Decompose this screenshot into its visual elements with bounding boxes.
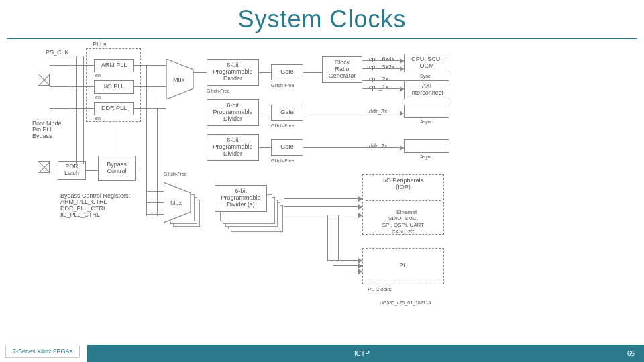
divider-box: 6-bit Programmable Divider xyxy=(207,99,259,126)
ddr3x-label: ddr_3x xyxy=(369,109,388,115)
title-underline xyxy=(7,38,637,39)
ddr-pll-text: DDR PLL xyxy=(101,105,127,112)
bypass-registers-label: Bypass Control Registers: ARM_PLL_CTRL D… xyxy=(60,193,130,219)
divider-box: 6-bit Programmable Divider xyxy=(207,134,259,161)
plls-label: PLLs xyxy=(93,42,107,48)
gate-box: Gate xyxy=(271,64,303,80)
por-latch-box: POR Latch xyxy=(58,161,86,180)
glitch-free-label: Glitch-Free xyxy=(207,88,230,93)
arm-pll-box: ARM PLL xyxy=(94,59,134,72)
cpu3x2x-label: cpu_3x2x xyxy=(369,64,395,70)
por-latch-text: POR Latch xyxy=(64,164,79,177)
slide-footer: 7-Series Xilinx FPGAs ICTP 65 xyxy=(0,343,644,362)
cpu-scu-ocm-box: CPU, SCU, OCM xyxy=(404,54,449,72)
figure-id: UG585_c25_01_102114 xyxy=(380,300,431,305)
pl-clocks-label: PL Clocks xyxy=(368,287,392,292)
arm-pll-text: ARM PLL xyxy=(101,62,127,69)
page-title: System Clocks xyxy=(0,0,644,34)
ddr-pll-box: DDR PLL xyxy=(94,102,134,115)
glitch-free-label: Glitch-Free xyxy=(271,123,294,128)
axi-interconnect-box: AXI Interconnect xyxy=(404,80,449,99)
bypass-control-box: Bypass Control xyxy=(98,156,136,181)
footer-left: 7-Series Xilinx FPGAs xyxy=(5,345,80,358)
cpu-scu-ocm-text: CPU, SCU, OCM xyxy=(411,56,442,70)
ddr2x-label: ddr_2x xyxy=(369,143,388,149)
iop-title: I/O Peripherals (IOP) xyxy=(383,177,423,190)
io-pll-text: I/O PLL xyxy=(104,84,125,90)
system-clock-diagram: PS_CLK PLLs ARM PLL en I/O PLL en DDR PL… xyxy=(46,47,599,318)
clock-ratio-gen-text: Clock Ratio Generator xyxy=(329,60,356,80)
glitch-free-label: Glitch-Free xyxy=(271,158,294,163)
footer-bar: ICTP 65 xyxy=(87,345,644,362)
pl-box: PL xyxy=(362,248,444,284)
clock-ratio-gen-box: Clock Ratio Generator xyxy=(322,56,362,83)
mux-shape: Mux xyxy=(166,59,197,99)
boot-mode-label: Boot Mode Pin PLL Bypass xyxy=(32,121,62,139)
divider-s-box: 6-bit Programmable Divider (s) xyxy=(215,185,267,212)
gate-text: Gate xyxy=(280,69,294,76)
gate-box: Gate xyxy=(271,139,303,156)
glitch-free-label: Glitch-Free xyxy=(271,83,294,88)
io-pll-box: I/O PLL xyxy=(94,80,134,94)
bypass-control-text: Bypass Control xyxy=(107,162,127,175)
mux-shape: Mux xyxy=(164,182,195,223)
cpu1x-label: cpu_1x xyxy=(369,84,388,90)
iop-list: Ethernet SDIO, SMC, SPI, QSPI, UART CAN,… xyxy=(382,209,425,235)
pl-text: PL xyxy=(399,263,407,269)
ps-clk-label: PS_CLK xyxy=(46,50,69,56)
cpu6x4x-label: cpu_6x4x xyxy=(369,56,395,62)
ddr3x-dest-box xyxy=(404,105,449,118)
mux-text: Mux xyxy=(173,76,185,83)
page-number: 65 xyxy=(627,350,635,357)
gate-text: Gate xyxy=(280,144,294,151)
gate-text: Gate xyxy=(280,109,294,116)
en-label: en xyxy=(95,95,101,99)
axi-text: AXI Interconnect xyxy=(410,83,443,97)
sync-label: Sync xyxy=(420,74,431,78)
async-label: Async xyxy=(420,119,433,124)
en-label: en xyxy=(95,73,101,78)
en-label: en xyxy=(95,116,101,121)
mux-text: Mux xyxy=(170,200,182,206)
footer-center: ICTP xyxy=(354,350,370,357)
cpu2x-label: cpu_2x xyxy=(369,76,388,82)
divider-s-text: 6-bit Programmable Divider (s) xyxy=(221,188,260,208)
glitch-free-label: Glitch-Free xyxy=(164,172,187,176)
pad-icon xyxy=(38,74,50,86)
divider-text: 6-bit Programmable Divider xyxy=(213,137,252,158)
divider-text: 6-bit Programmable Divider xyxy=(213,62,252,82)
iop-box: I/O Peripherals (IOP) Ethernet SDIO, SMC… xyxy=(362,174,444,235)
ddr2x-dest-box xyxy=(404,139,449,153)
pad-icon xyxy=(38,161,50,173)
divider-box: 6-bit Programmable Divider xyxy=(207,59,259,86)
async-label: Async xyxy=(420,154,433,159)
gate-box: Gate xyxy=(271,105,303,121)
divider-text: 6-bit Programmable Divider xyxy=(213,103,252,123)
